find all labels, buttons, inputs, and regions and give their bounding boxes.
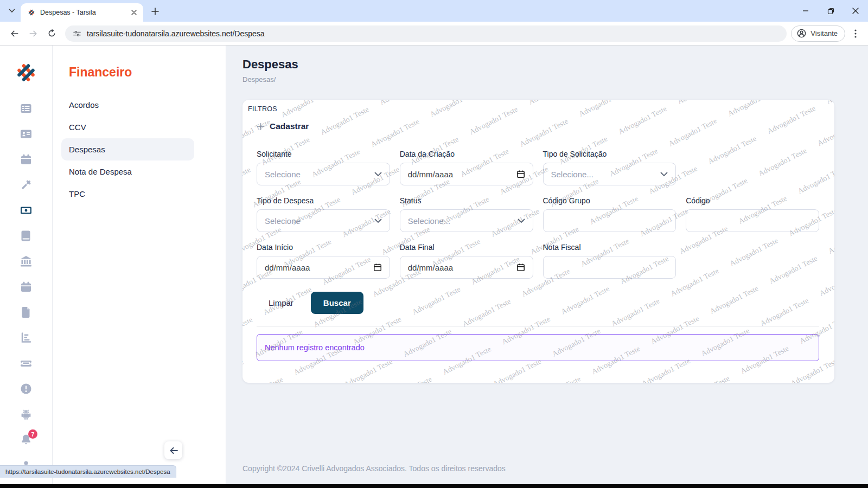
nav-title: Financeiro — [69, 65, 226, 80]
window-controls — [793, 0, 868, 22]
cadastrar-button[interactable]: Cadastrar — [257, 121, 309, 131]
field-label: Status — [400, 196, 533, 205]
tipo-de-despesa-select[interactable]: Selecione — [257, 209, 390, 232]
profile-person-icon — [796, 28, 807, 38]
calendar-picker-icon[interactable] — [516, 263, 525, 272]
field-status: Status Selecione... — [400, 196, 533, 232]
back-icon[interactable] — [5, 24, 24, 43]
android-icon[interactable] — [20, 408, 33, 421]
empty-results-alert: Nenhum registro encontrado — [257, 334, 819, 361]
plus-icon — [257, 123, 265, 131]
grid-spacer — [686, 243, 819, 279]
status-select[interactable]: Selecione... — [400, 209, 533, 232]
limpar-button[interactable]: Limpar — [257, 292, 305, 313]
notification-badge: 7 — [28, 429, 37, 439]
nota-fiscal-input[interactable] — [543, 256, 676, 279]
solicitante-select[interactable]: Selecione — [257, 163, 390, 185]
field-tipo-de-solicitacao: Tipo de Solicitação Selecione... — [543, 150, 676, 185]
field-data-inicio: Data Início dd/mm/aaaa — [257, 243, 390, 279]
calendar-alt-icon[interactable] — [20, 280, 33, 293]
nav-item-despesas[interactable]: Despesas — [61, 138, 194, 160]
ticket-icon[interactable] — [20, 357, 33, 370]
field-label: Data Início — [257, 243, 390, 252]
calendar-picker-icon[interactable] — [373, 263, 382, 272]
browser-tab[interactable]: Despesas - Tarsila — [21, 3, 143, 22]
money-icon[interactable] — [20, 204, 33, 217]
book-icon[interactable] — [20, 229, 33, 242]
field-tipo-de-despesa: Tipo de Despesa Selecione — [257, 196, 390, 232]
browser-menu-kebab-icon[interactable] — [848, 25, 863, 42]
sidebar-collapse-button[interactable] — [164, 441, 182, 459]
document-icon[interactable] — [20, 306, 33, 319]
empty-results-text: Nenhum registro encontrado — [265, 343, 365, 352]
field-label: Tipo de Solicitação — [543, 150, 676, 158]
minimize-icon[interactable] — [793, 0, 818, 22]
field-label: Data Final — [400, 243, 533, 252]
tab-search-chevron-icon[interactable] — [5, 4, 18, 17]
alert-circle-icon[interactable] — [20, 382, 33, 395]
bank-icon[interactable] — [20, 255, 33, 268]
nav-item-ccv[interactable]: CCV — [61, 116, 194, 138]
grid-list-icon[interactable] — [20, 102, 33, 115]
page-title: Despesas — [242, 57, 834, 72]
field-data-final: Data Final dd/mm/aaaa — [400, 243, 533, 279]
filters-legend: FILTROS — [248, 105, 819, 113]
icon-rail: 7 — [0, 46, 53, 488]
url-bar[interactable]: tarsilasuite-tudonatarsila.azurewebsites… — [65, 25, 787, 42]
profile-button[interactable]: Visitante — [791, 25, 845, 42]
tarsila-logo-icon[interactable] — [13, 60, 39, 86]
buscar-button[interactable]: Buscar — [311, 292, 363, 314]
nav-item-nota-de-despesa[interactable]: Nota de Despesa — [61, 160, 194, 183]
profile-label: Visitante — [810, 29, 838, 37]
reload-icon[interactable] — [42, 24, 61, 43]
id-card-icon[interactable] — [20, 127, 33, 140]
nav-item-tpc[interactable]: TPC — [61, 183, 194, 205]
field-label: Código Grupo — [543, 196, 676, 205]
grid-spacer — [686, 150, 819, 185]
results-divider — [257, 326, 819, 326]
codigo-input[interactable] — [686, 209, 819, 232]
nav-panel: Financeiro Acordos CCV Despesas Nota de … — [53, 46, 226, 488]
arrow-left-icon — [169, 447, 178, 454]
restore-icon[interactable] — [818, 0, 843, 22]
data-inicio-input[interactable]: dd/mm/aaaa — [257, 256, 390, 279]
forward-icon[interactable] — [24, 24, 42, 43]
site-settings-tune-icon[interactable] — [73, 29, 81, 38]
data-da-criacao-input[interactable]: dd/mm/aaaa — [400, 163, 533, 185]
chevron-down-icon — [518, 219, 525, 223]
tipo-de-solicitacao-select[interactable]: Selecione... — [543, 163, 676, 185]
field-codigo-grupo: Código Grupo — [543, 196, 676, 232]
gavel-icon[interactable] — [20, 178, 33, 191]
breadcrumb: Despesas/ — [242, 75, 834, 84]
browser-tabstrip: Despesas - Tarsila — [0, 0, 868, 22]
calendar-icon[interactable] — [20, 153, 33, 166]
main-content: Despesas Despesas/ Advogado1 Teste Advog… — [226, 46, 868, 488]
field-label: Código — [686, 196, 819, 205]
app-window: 7 Financeiro Acordos CCV Despesas Nota d… — [0, 46, 868, 488]
favicon-logo-icon — [27, 8, 36, 17]
tab-close-icon[interactable] — [129, 8, 139, 17]
field-codigo: Código — [686, 196, 819, 232]
calendar-picker-icon[interactable] — [516, 170, 525, 178]
filters-card: Advogado1 Teste Advogado1 Teste Advogado… — [242, 100, 834, 383]
browser-toolbar: tarsilasuite-tudonatarsila.azurewebsites… — [0, 22, 868, 46]
filter-grid: Solicitante Selecione Data da Criação dd… — [257, 150, 819, 279]
nav-item-acordos[interactable]: Acordos — [61, 94, 194, 116]
tab-title: Despesas - Tarsila — [40, 9, 125, 16]
codigo-grupo-input[interactable] — [543, 209, 676, 232]
bar-chart-icon[interactable] — [20, 331, 33, 344]
cadastrar-label: Cadastrar — [270, 121, 309, 131]
close-window-icon[interactable] — [843, 0, 868, 22]
new-tab-button[interactable] — [149, 5, 162, 18]
chevron-down-icon — [660, 172, 668, 177]
status-bar-url: https://tarsilasuite-tudonatarsila.azure… — [0, 465, 176, 478]
field-label: Solicitante — [257, 150, 390, 158]
bell-icon[interactable]: 7 — [20, 433, 33, 446]
field-data-da-criacao: Data da Criação dd/mm/aaaa — [400, 150, 533, 185]
field-label: Nota Fiscal — [543, 243, 676, 252]
field-label: Tipo de Despesa — [257, 196, 390, 205]
url-text[interactable]: tarsilasuite-tudonatarsila.azurewebsites… — [87, 29, 265, 38]
data-final-input[interactable]: dd/mm/aaaa — [400, 256, 533, 279]
filter-actions: Limpar Buscar — [257, 292, 819, 314]
screen-edge-strip — [0, 484, 868, 488]
